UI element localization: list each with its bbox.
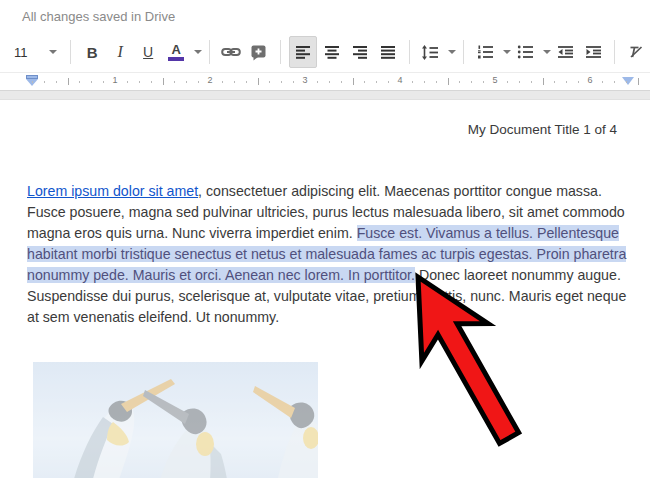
ruler-tick [127,81,128,83]
line-spacing-icon [421,45,439,60]
clear-formatting-button[interactable] [623,37,649,67]
text-line[interactable]: Suspendisse dui purus, scelerisque at, v… [27,286,642,307]
clear-formatting-icon [628,45,644,59]
ruler-number: 2 [207,75,212,85]
ruler-tick [79,81,80,83]
ruler-tick [103,81,104,83]
ruler-tick [329,81,330,83]
page-top-gap [0,91,650,100]
numbered-list-button[interactable] [472,37,498,67]
ruler-tick [531,81,532,83]
ruler-tick [388,81,389,83]
ruler-tick [56,81,57,83]
align-center-button[interactable] [319,37,345,67]
ruler-tick [364,81,365,83]
ruler-tick [269,81,270,83]
body-text: Donec laoreet nonummy augue. [415,267,621,283]
ruler-tick [471,81,472,83]
chevron-down-icon[interactable] [503,50,511,54]
align-left-icon [295,45,311,59]
bold-button[interactable]: B [79,37,105,67]
body-text: , consectetuer adipiscing elit. Maecenas… [198,183,602,199]
ruler-tick [353,78,354,85]
selected-text: habitant morbi tristique senectus et net… [27,246,626,262]
ruler-tick [424,81,425,83]
align-right-button[interactable] [347,37,373,67]
text-line[interactable]: Fusce posuere, magna sed pulvinar ultric… [27,202,642,223]
ruler-tick [186,81,187,83]
ruler-tick [281,81,282,83]
text-line[interactable]: nonummy pede. Mauris et orci. Aenean nec… [27,265,642,286]
toolbar: 11 B I U A [0,32,650,72]
ruler-tick [44,81,45,83]
toolbar-divider [614,40,615,64]
ruler-tick [602,81,603,83]
chevron-down-icon [49,50,57,54]
ruler-tick [554,81,555,83]
link-icon [221,45,241,59]
text-line[interactable]: Lorem ipsum dolor sit amet, consectetuer… [27,181,642,202]
text-color-swatch [168,57,184,61]
bulleted-list-icon [517,45,534,59]
save-status[interactable]: All changes saved in Drive [22,9,175,24]
justify-button[interactable] [375,37,401,67]
line-spacing-button[interactable] [417,37,443,67]
align-center-icon [324,45,340,59]
toolbar-divider [409,40,410,64]
text-color-button[interactable]: A [163,37,189,67]
paragraph[interactable]: Lorem ipsum dolor sit amet, consectetuer… [27,181,642,328]
ruler-tick [246,81,247,83]
ruler-number: 6 [587,75,592,85]
underline-button[interactable]: U [135,37,161,67]
italic-button[interactable]: I [107,37,133,67]
ruler-tick [151,81,152,83]
document-header[interactable]: My Document Title 1 of 4 [468,122,617,137]
decrease-indent-button[interactable] [552,37,578,67]
text-line[interactable]: magna eros quis urna. Nunc viverra imper… [27,223,642,244]
ruler-tick [412,81,413,83]
right-indent-marker[interactable] [622,77,634,85]
ruler-tick [32,81,33,83]
font-size-select[interactable]: 11 [8,37,63,67]
body-text: Suspendisse dui purus, scelerisque at, v… [27,288,626,304]
chevron-down-icon[interactable] [194,50,202,54]
body-text: at sem venenatis eleifend. Ut nonummy. [27,309,279,325]
ruler-tick [258,78,259,85]
chevron-down-icon[interactable] [448,50,456,54]
ruler-tick [614,81,615,83]
selected-text: nonummy pede. Mauris et orci. Aenean nec… [27,267,415,283]
toolbar-divider [463,40,464,64]
bulleted-list-button[interactable] [512,37,538,67]
ruler-tick [448,78,449,85]
ruler-tick [341,81,342,83]
body-text: magna eros quis urna. Nunc viverra imper… [27,225,357,241]
numbered-list-icon [477,45,494,59]
statusbar: All changes saved in Drive [0,0,650,32]
ruler-tick [174,81,175,83]
penguins-photo-graphic [33,362,318,478]
text-line[interactable]: at sem venenatis eleifend. Ut nonummy. [27,307,642,328]
text-line[interactable]: habitant morbi tristique senectus et net… [27,244,642,265]
chevron-down-icon[interactable] [543,50,551,54]
decrease-indent-icon [557,45,574,59]
ruler-tick [198,81,199,83]
toolbar-divider [70,40,71,64]
ruler-tick [436,81,437,83]
ruler-tick [638,78,639,85]
ruler[interactable]: 123456 [0,72,650,91]
ruler-number: 5 [492,75,497,85]
ruler-tick [483,81,484,83]
insert-link-button[interactable] [218,37,244,67]
ruler-tick [626,81,627,83]
hyperlink[interactable]: Lorem ipsum dolor sit amet [27,183,198,199]
penguins-image[interactable] [33,362,318,478]
ruler-tick [507,81,508,83]
increase-indent-button[interactable] [580,37,606,67]
insert-comment-button[interactable] [246,37,272,67]
selected-text: Fusce est. Vivamus a tellus. Pellentesqu… [357,225,619,241]
justify-icon [380,45,396,59]
align-left-button[interactable] [289,36,317,68]
document-page[interactable]: My Document Title 1 of 4 Lorem ipsum dol… [0,100,650,478]
font-size-value: 11 [14,45,28,60]
body-text: Fusce posuere, magna sed pulvinar ultric… [27,204,625,220]
